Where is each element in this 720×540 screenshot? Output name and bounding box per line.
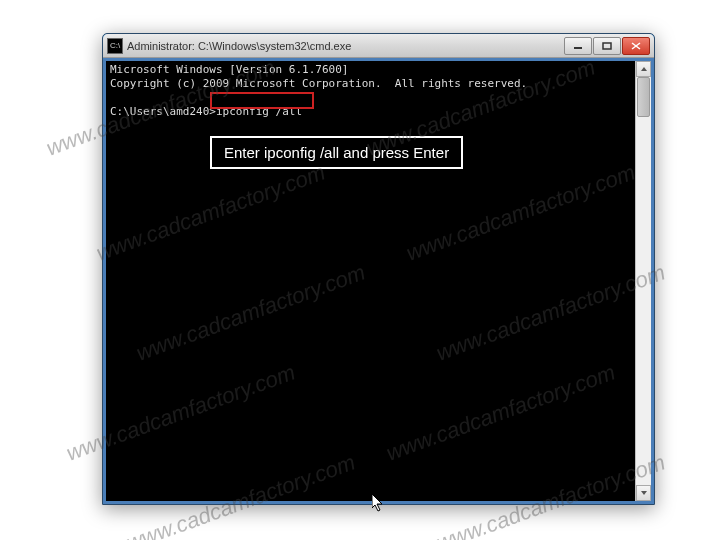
svg-marker-4 bbox=[641, 67, 647, 71]
svg-marker-5 bbox=[641, 491, 647, 495]
maximize-button[interactable] bbox=[593, 37, 621, 55]
scrollbar-track[interactable] bbox=[636, 77, 651, 485]
vertical-scrollbar[interactable] bbox=[635, 61, 651, 501]
cmd-icon: C:\ bbox=[107, 38, 123, 54]
console-output[interactable]: Microsoft Windows [Version 6.1.7600] Cop… bbox=[106, 61, 635, 501]
client-frame: Microsoft Windows [Version 6.1.7600] Cop… bbox=[103, 58, 654, 504]
console-line-copyright: Copyright (c) 2009 Microsoft Corporation… bbox=[110, 77, 527, 90]
console-command: ipconfig /all bbox=[216, 105, 302, 118]
close-icon bbox=[631, 42, 641, 50]
chevron-down-icon bbox=[640, 490, 648, 496]
chevron-up-icon bbox=[640, 66, 648, 72]
client-area: Microsoft Windows [Version 6.1.7600] Cop… bbox=[106, 61, 651, 501]
titlebar[interactable]: C:\ Administrator: C:\Windows\system32\c… bbox=[103, 34, 654, 58]
scrollbar-thumb[interactable] bbox=[637, 77, 650, 117]
window-controls bbox=[563, 37, 650, 55]
minimize-icon bbox=[573, 42, 583, 50]
cmd-window: C:\ Administrator: C:\Windows\system32\c… bbox=[102, 33, 655, 505]
window-title: Administrator: C:\Windows\system32\cmd.e… bbox=[127, 40, 563, 52]
scrollbar-down-button[interactable] bbox=[636, 485, 651, 501]
instruction-text: Enter ipconfig /all and press Enter bbox=[224, 144, 449, 161]
maximize-icon bbox=[602, 42, 612, 50]
minimize-button[interactable] bbox=[564, 37, 592, 55]
close-button[interactable] bbox=[622, 37, 650, 55]
scrollbar-up-button[interactable] bbox=[636, 61, 651, 77]
console-prompt: C:\Users\amd240> bbox=[110, 105, 216, 118]
svg-rect-1 bbox=[603, 43, 611, 49]
console-line-version: Microsoft Windows [Version 6.1.7600] bbox=[110, 63, 348, 76]
instruction-callout: Enter ipconfig /all and press Enter bbox=[210, 136, 463, 169]
